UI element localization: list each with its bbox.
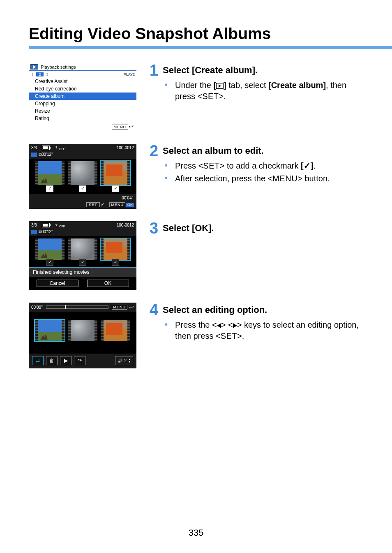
- snapshot-total-icon: ⧉: [39, 152, 42, 157]
- thumb-1: ✓: [35, 238, 65, 260]
- step4-bullet1: Press the <> <> keys to select an editin…: [164, 319, 363, 342]
- step-number-2: 2: [150, 144, 160, 158]
- tool-arrange-icon[interactable]: ⇄: [32, 356, 44, 365]
- return-icon: [129, 125, 134, 129]
- frame-counter: 3/3: [31, 146, 37, 150]
- volume-arrows-icon: ▲▼: [128, 358, 131, 363]
- step1-bullet1: Under the [] tab, select [Create album],…: [164, 80, 363, 102]
- file-number: 100-0012: [117, 146, 134, 150]
- edit-time: 00'00": [31, 305, 43, 310]
- step-number-1: 1: [150, 63, 160, 77]
- check-icon: ✓: [46, 259, 53, 266]
- step2-bullet2: After selection, press the <MENU> button…: [164, 173, 363, 184]
- battery-icon: [42, 146, 50, 150]
- movie-icon: [31, 153, 37, 157]
- menu-screenshot: Playback settings 1 2 3 PLAY2 Creative A…: [29, 63, 136, 132]
- set-label: SET: [86, 202, 100, 207]
- total-duration: 00'12": [42, 229, 53, 234]
- confirm-message: Finished selecting movies: [29, 267, 136, 277]
- menu-button-label: MENU: [112, 125, 129, 130]
- thumb-3: ✓: [101, 238, 130, 260]
- menu-item-create-album: Create album: [29, 93, 136, 100]
- file-number: 100-0012: [117, 223, 134, 227]
- snapshot-total-icon: ⧉: [39, 229, 42, 234]
- menu-item-resize: Resize: [29, 107, 136, 115]
- step-heading-1: Select [Create album].: [163, 65, 258, 76]
- check-icon: ✓: [79, 259, 86, 266]
- cancel-button[interactable]: Cancel: [37, 280, 78, 287]
- progress-bar: [46, 305, 108, 309]
- step-number-3: 3: [150, 221, 160, 235]
- tool-delete-icon[interactable]: 🗑: [46, 356, 58, 365]
- edit-screenshot: 00'00" MENU⮐ ⇄ 🗑 ▶ ↷: [29, 303, 136, 368]
- frame-counter: 3/3: [31, 223, 37, 227]
- check-icon: ✓: [112, 259, 119, 266]
- menu-header: Playback settings: [41, 65, 76, 69]
- playback-tab-icon: [30, 64, 38, 69]
- menu-label: MENU: [109, 202, 125, 207]
- check-icon: ✓: [112, 185, 119, 192]
- speaker-icon: 🔊: [118, 359, 122, 363]
- step2-bullet1: Press <SET> to add a checkmark [✓].: [164, 160, 363, 171]
- tool-save-icon[interactable]: ↷: [74, 356, 85, 365]
- menu-item-redeye: Red-eye correction: [29, 85, 136, 93]
- subtab-3: 3: [44, 72, 51, 76]
- wifi-icon: ᯤOFF: [55, 145, 65, 150]
- snapshot-duration: 00'04": [122, 196, 133, 200]
- thumb-2: ✓: [68, 238, 97, 260]
- thumb-3: ✓: [101, 161, 130, 185]
- movie-icon: [31, 230, 37, 234]
- check-icon: ✓: [79, 185, 86, 192]
- tool-play-icon[interactable]: ▶: [60, 356, 71, 365]
- page-title: Editing Video Snapshot Albums: [29, 25, 363, 43]
- subtab-2: 2: [36, 72, 44, 76]
- thumb-3: [101, 320, 130, 341]
- thumb-1: [35, 320, 65, 341]
- step-heading-3: Select [OK].: [163, 223, 214, 234]
- thumb-2: [68, 320, 97, 341]
- volume-control[interactable]: 🔊 2 ▲▼: [115, 356, 133, 365]
- menu-item-rating: Rating: [29, 115, 136, 122]
- step-heading-2: Select an album to edit.: [163, 146, 264, 156]
- thumb-1: ✓: [35, 161, 65, 185]
- menu-item-cropping: Cropping: [29, 100, 136, 107]
- album-select-screenshot: 3/3 ᯤOFF 100-0012 ⧉00'12" ✓ ✓ ✓ 00'04": [29, 144, 136, 209]
- ok-button[interactable]: OK: [87, 280, 129, 287]
- thumb-2: ✓: [68, 161, 97, 185]
- total-duration: 00'12": [42, 152, 53, 157]
- ok-badge: OK: [126, 203, 134, 207]
- return-icon: ⮐: [129, 304, 134, 310]
- left-arrow-icon: [217, 323, 221, 328]
- check-icon: ✓: [101, 202, 104, 207]
- title-rule: [29, 46, 392, 49]
- right-arrow-icon: [233, 323, 237, 328]
- menu-label: MENU: [112, 305, 128, 310]
- step-number-4: 4: [150, 303, 160, 317]
- page-number: 335: [0, 528, 392, 538]
- subtab-1: 1: [29, 72, 36, 76]
- check-icon: ✓: [46, 185, 53, 192]
- battery-icon: [42, 223, 50, 227]
- confirm-screenshot: 3/3 ᯤOFF 100-0012 ⧉00'12" ✓ ✓ ✓ Finished…: [29, 221, 136, 290]
- menu-item-creative-assist: Creative Assist: [29, 78, 136, 85]
- volume-value: 2: [124, 359, 127, 363]
- playback-icon: [216, 83, 224, 89]
- wifi-icon: ᯤOFF: [55, 222, 65, 228]
- step-heading-4: Select an editing option.: [163, 305, 267, 315]
- subtab-label: PLAY2: [124, 72, 135, 76]
